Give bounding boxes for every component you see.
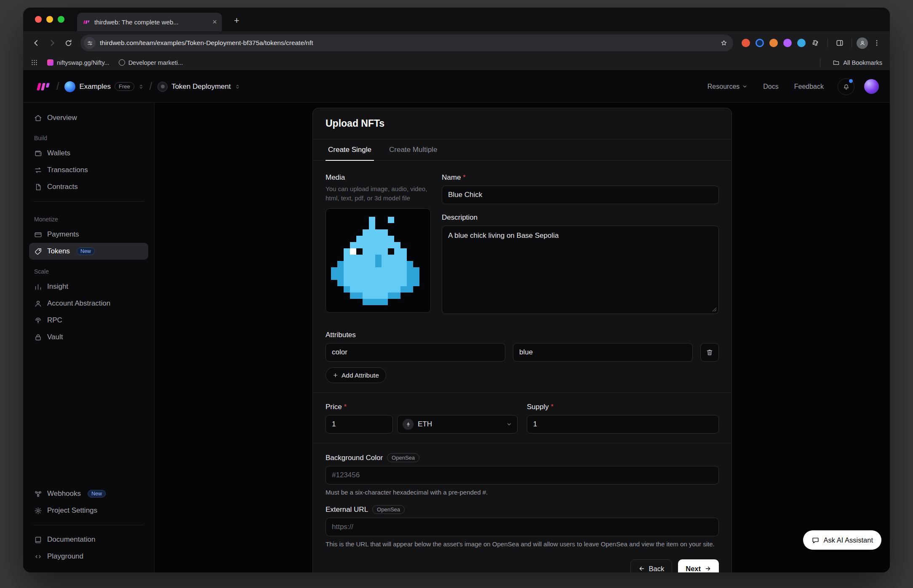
- close-window-button[interactable]: [35, 16, 42, 23]
- chevron-down-icon: [506, 421, 512, 427]
- price-input[interactable]: [326, 415, 393, 434]
- ask-ai-assistant-button[interactable]: Ask AI Assistant: [803, 530, 881, 550]
- app-header: / Examples Free / Token Deployment Resou…: [23, 71, 890, 103]
- sidebar-item-label: Vault: [47, 333, 63, 341]
- sidebar-item-label: Documentation: [47, 535, 95, 544]
- bookmark-item[interactable]: Developer marketi...: [119, 59, 183, 66]
- sidebar-item-insight[interactable]: Insight: [29, 278, 148, 295]
- attribute-row: [326, 343, 719, 362]
- side-panel-icon[interactable]: [833, 36, 847, 50]
- arrow-right-icon: [705, 565, 711, 572]
- bookmarks-separator: [820, 58, 820, 67]
- extension-icon-2[interactable]: [755, 39, 764, 47]
- add-attribute-button[interactable]: Add Attribute: [326, 367, 386, 383]
- ask-ai-assistant-label: Ask AI Assistant: [824, 536, 873, 544]
- sidebar-item-label: Overview: [47, 114, 77, 122]
- sidebar-divider: [33, 201, 144, 202]
- browser-profile-avatar[interactable]: [857, 37, 868, 49]
- team-selector[interactable]: Examples Free: [64, 81, 144, 92]
- tab-strip: thirdweb: The complete web... × +: [23, 8, 890, 31]
- zoom-window-button[interactable]: [58, 16, 64, 23]
- account-avatar[interactable]: [864, 79, 879, 94]
- feedback-link[interactable]: Feedback: [794, 83, 824, 90]
- bar-chart-icon: [34, 283, 42, 291]
- tab-close-icon[interactable]: ×: [212, 18, 217, 26]
- currency-label: ETH: [418, 420, 432, 428]
- tab-create-single[interactable]: Create Single: [326, 139, 374, 160]
- media-column: Media You can upload image, audio, video…: [326, 173, 431, 314]
- sidebar-item-webhooks[interactable]: Webhooks New: [29, 485, 148, 502]
- sidebar-item-wallets[interactable]: Wallets: [29, 145, 148, 162]
- thirdweb-logo-icon[interactable]: [34, 82, 51, 91]
- background-color-label: Background Color: [326, 454, 383, 462]
- sidebar-item-tokens[interactable]: Tokens New: [29, 243, 148, 260]
- external-url-label: External URL: [326, 506, 368, 514]
- name-description-column: Name * Description A blue chick living o…: [442, 173, 719, 314]
- extension-icon-4[interactable]: [783, 39, 792, 47]
- resources-label: Resources: [707, 83, 739, 90]
- extension-icon-5[interactable]: [797, 39, 806, 47]
- sidebar-item-vault[interactable]: Vault: [29, 329, 148, 346]
- reload-icon[interactable]: [61, 36, 75, 50]
- extensions-puzzle-icon[interactable]: [811, 39, 820, 47]
- webhook-icon: [34, 490, 42, 498]
- folder-icon: [833, 59, 840, 66]
- toolbar-separator: [828, 38, 828, 48]
- attribute-trait-input[interactable]: [326, 343, 505, 362]
- next-button-label: Next: [686, 565, 701, 573]
- sidebar-item-rpc[interactable]: RPC: [29, 312, 148, 329]
- currency-select[interactable]: ETH: [397, 415, 518, 434]
- all-bookmarks-button[interactable]: All Bookmarks: [833, 59, 882, 66]
- chevron-down-icon: [742, 84, 747, 89]
- project-selector[interactable]: Token Deployment: [158, 82, 240, 92]
- notifications-button[interactable]: [838, 78, 854, 95]
- browser-menu-icon[interactable]: [870, 36, 884, 50]
- attribute-value-input[interactable]: [513, 343, 693, 362]
- media-help-text: You can upload image, audio, video, html…: [326, 184, 431, 203]
- extension-icon-3[interactable]: [769, 39, 778, 47]
- delete-attribute-button[interactable]: [700, 343, 719, 362]
- sidebar-item-transactions[interactable]: Transactions: [29, 162, 148, 178]
- notification-dot: [849, 79, 853, 83]
- sidebar-item-project-settings[interactable]: Project Settings: [29, 502, 148, 519]
- back-icon[interactable]: [29, 36, 43, 50]
- description-textarea[interactable]: A blue chick living on Base Sepolia: [442, 226, 719, 314]
- thirdweb-favicon: [82, 20, 90, 24]
- price-label: Price: [326, 403, 342, 411]
- sidebar-item-payments[interactable]: Payments: [29, 226, 148, 243]
- sidebar-divider: [33, 525, 144, 525]
- minimize-window-button[interactable]: [46, 16, 53, 23]
- bookmark-item[interactable]: niftyswap.gg/Nifty...: [47, 59, 109, 66]
- tab-create-multiple[interactable]: Create Multiple: [387, 139, 440, 160]
- back-button[interactable]: Back: [630, 559, 673, 572]
- docs-link[interactable]: Docs: [763, 83, 778, 90]
- extension-icon-1[interactable]: [742, 39, 750, 47]
- browser-tab[interactable]: thirdweb: The complete web... ×: [77, 13, 222, 31]
- sidebar-item-account-abstraction[interactable]: Account Abstraction: [29, 295, 148, 312]
- form-footer: Back Next: [326, 559, 719, 572]
- next-button[interactable]: Next: [678, 559, 719, 572]
- name-input[interactable]: [442, 186, 719, 204]
- traffic-lights: [35, 16, 64, 23]
- site-info-icon[interactable]: [84, 37, 96, 49]
- address-bar[interactable]: thirdweb.com/team/examples/Token-Deploym…: [80, 35, 733, 51]
- team-avatar: [64, 81, 75, 92]
- all-bookmarks-label: All Bookmarks: [843, 59, 882, 66]
- sidebar-item-overview[interactable]: Overview: [29, 109, 148, 126]
- eth-icon: [403, 419, 414, 430]
- nft-media-preview[interactable]: [326, 208, 431, 313]
- browser-toolbar: thirdweb.com/team/examples/Token-Deploym…: [23, 31, 890, 55]
- toolbar-separator-2: [852, 38, 852, 48]
- external-url-input[interactable]: [326, 518, 719, 536]
- sidebar-item-contracts[interactable]: Contracts: [29, 178, 148, 195]
- sidebar-item-playground[interactable]: Playground: [29, 548, 148, 565]
- new-tab-button[interactable]: +: [230, 14, 243, 27]
- forward-icon[interactable]: [45, 36, 59, 50]
- sidebar-item-documentation[interactable]: Documentation: [29, 531, 148, 548]
- resources-menu[interactable]: Resources: [707, 83, 747, 90]
- supply-input[interactable]: [527, 415, 719, 434]
- apps-grid-icon[interactable]: [31, 59, 38, 66]
- background-color-input[interactable]: [326, 466, 719, 484]
- bookmark-star-icon[interactable]: [718, 37, 730, 49]
- sidebar-item-label: Account Abstraction: [47, 299, 110, 308]
